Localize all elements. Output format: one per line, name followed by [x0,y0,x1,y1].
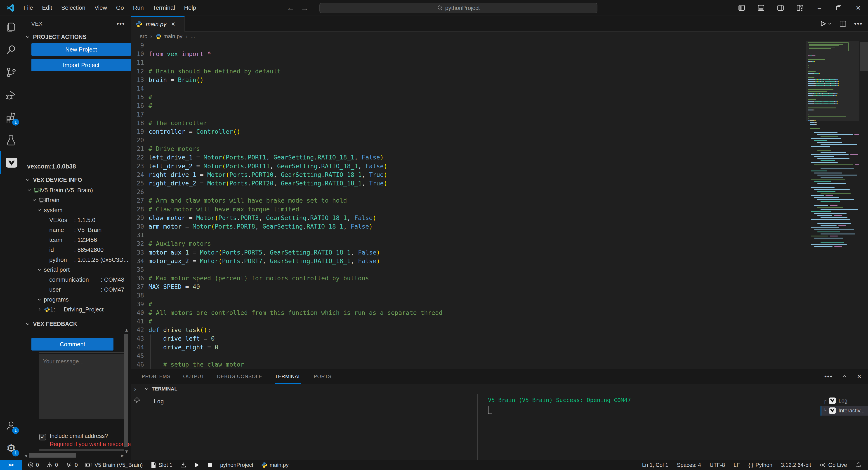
code-line[interactable]: 42def drive_task(): [131,326,868,334]
tree-row[interactable]: VEXos: 1.1.5.0 [22,215,131,225]
section-project-actions[interactable]: PROJECT ACTIONS [25,31,87,42]
code-line[interactable]: 38 [131,291,868,300]
comment-button[interactable]: Comment [31,338,114,350]
panel-more-icon[interactable]: ••• [825,373,833,380]
tree-row[interactable]: id: 88542800 [22,245,131,255]
minimize-button[interactable]: – [810,0,829,16]
code-line[interactable]: 45 [131,351,868,360]
activity-item-source-control[interactable] [0,61,22,83]
activity-item-run-debug[interactable] [0,83,22,106]
tree-row[interactable]: team: 123456 [22,235,131,245]
sidebar-more-icon[interactable]: ••• [116,20,125,28]
toggle-sidebar-icon[interactable] [732,0,751,16]
code-line[interactable]: 17 [131,110,868,119]
activity-item-extensions[interactable]: 1 [0,106,22,129]
terminal-list-item[interactable]: └Interactiv... [820,406,868,415]
code-line[interactable]: 11 [131,58,868,67]
code-line[interactable]: 40# All motors are controlled from this … [131,308,868,317]
breadcrumb-item[interactable]: ... [191,33,195,39]
menu-edit[interactable]: Edit [37,2,57,13]
section-vex-feedback[interactable]: VEX FEEDBACK [25,318,77,329]
chevron-down-icon[interactable] [37,267,44,272]
scroll-up-icon[interactable]: ▲ [124,328,129,333]
remote-indicator[interactable]: >< [0,460,22,470]
chevron-down-icon[interactable] [37,297,44,302]
menu-selection[interactable]: Selection [57,2,90,13]
code-line[interactable]: 12# Brain should be defined by default [131,67,868,76]
code-editor[interactable]: 910from vex import *1112# Brain should b… [131,41,868,369]
breadcrumb-item[interactable]: src [140,33,147,39]
activity-item-accounts[interactable]: 1 [0,414,22,437]
status-item[interactable] [180,462,186,468]
status-item-slot-1[interactable]: Slot 1 [151,462,173,468]
tab-main-py[interactable]: main.py ✕ [131,16,185,32]
maximize-panel-icon[interactable] [842,374,848,379]
close-button[interactable]: ✕ [848,0,868,16]
chevron-right-icon[interactable]: › [134,385,136,393]
status-item-python[interactable]: { }Python [748,462,772,468]
code-line[interactable]: 9 [131,41,868,50]
activity-item-explorer[interactable] [0,16,22,38]
code-line[interactable]: 13brain = Brain() [131,76,868,84]
code-line[interactable]: 27# Arm and claw motors will have brake … [131,196,868,205]
menu-terminal[interactable]: Terminal [148,2,180,13]
restore-button[interactable] [829,0,848,16]
panel-tab-problems[interactable]: PROBLEMS [142,369,170,384]
status-item-utf-8[interactable]: UTF-8 [710,462,725,468]
chevron-down-icon[interactable] [27,188,34,193]
breadcrumb-item[interactable]: main.py [155,33,182,39]
search-command-center[interactable]: pythonProject [319,3,597,13]
status-item[interactable] [856,462,862,468]
code-line[interactable]: 46 # setup the claw motor [131,360,868,369]
customize-layout-icon[interactable] [790,0,810,16]
status-item-0[interactable]: 0 [46,462,58,468]
tab-close-icon[interactable]: ✕ [171,21,176,27]
tree-row[interactable]: python: 1.0.1.25 (0x5C3D... [22,255,131,265]
code-line[interactable]: 19controller = Controller() [131,127,868,136]
terminal-pane-log[interactable]: Log [131,394,477,460]
code-line[interactable]: 10from vex import * [131,50,868,58]
code-line[interactable]: 14 [131,84,868,93]
code-line[interactable]: 35 [131,265,868,274]
chevron-down-icon[interactable] [37,208,44,212]
panel-tab-output[interactable]: OUTPUT [183,369,204,384]
section-device-info[interactable]: VEX DEVICE INFO [25,174,82,185]
code-line[interactable]: 33motor_aux_1 = Motor(Ports.PORT5, GearS… [131,248,868,257]
feedback-message-input[interactable] [39,354,124,419]
code-line[interactable]: 24right_drive_1 = Motor(Ports.PORT10, Ge… [131,170,868,179]
code-line[interactable]: 31 [131,231,868,239]
scrollbar-thumb[interactable] [29,453,76,458]
activity-item-testing[interactable] [0,129,22,151]
status-item-3-12-2-64-bit[interactable]: 3.12.2 64-bit [781,462,811,468]
chevron-right-icon[interactable] [37,307,44,312]
code-line[interactable]: 29claw_motor = Motor(Ports.PORT3, GearSe… [131,214,868,222]
sidebar-vertical-scrollbar[interactable]: ▲ ▼ [124,328,129,455]
tree-row[interactable]: V5 Brain (V5_Brain) [22,185,131,195]
tree-row[interactable]: 1:Driving_Project [22,304,131,314]
toggle-secondary-sidebar-icon[interactable] [771,0,790,16]
tree-row[interactable]: programs [22,295,131,304]
minimap[interactable] [806,42,859,367]
panel-tab-ports[interactable]: PORTS [314,369,331,384]
code-line[interactable]: 20 [131,136,868,144]
activity-item-vex[interactable] [0,151,22,174]
toggle-panel-icon[interactable] [751,0,771,16]
tree-row[interactable]: user: COM47 [22,284,131,295]
status-item-pythonproject[interactable]: pythonProject [220,462,253,468]
tree-row[interactable]: serial port [22,265,131,275]
status-item-0[interactable]: 0 [66,462,78,468]
panel-tab-debug-console[interactable]: DEBUG CONSOLE [217,369,262,384]
activity-item-search[interactable] [0,38,22,61]
menu-run[interactable]: Run [128,2,148,13]
editor-more-icon[interactable]: ••• [854,20,863,28]
scrollbar-thumb[interactable] [124,334,128,447]
status-item-v5-brain-v5-brain-[interactable]: V5 Brain (V5_Brain) [86,462,143,468]
sidebar-horizontal-scrollbar[interactable]: ◄ ► [22,452,126,458]
menu-help[interactable]: Help [180,2,200,13]
code-line[interactable]: 32# Auxilary motors [131,239,868,248]
chevron-down-icon[interactable] [32,198,39,202]
code-line[interactable]: 43 drive_left = 0 [131,334,868,343]
code-line[interactable]: 23left_drive_2 = Motor(Ports.PORT11, Gea… [131,162,868,170]
code-line[interactable]: 41# [131,317,868,326]
code-line[interactable]: 26 [131,188,868,196]
